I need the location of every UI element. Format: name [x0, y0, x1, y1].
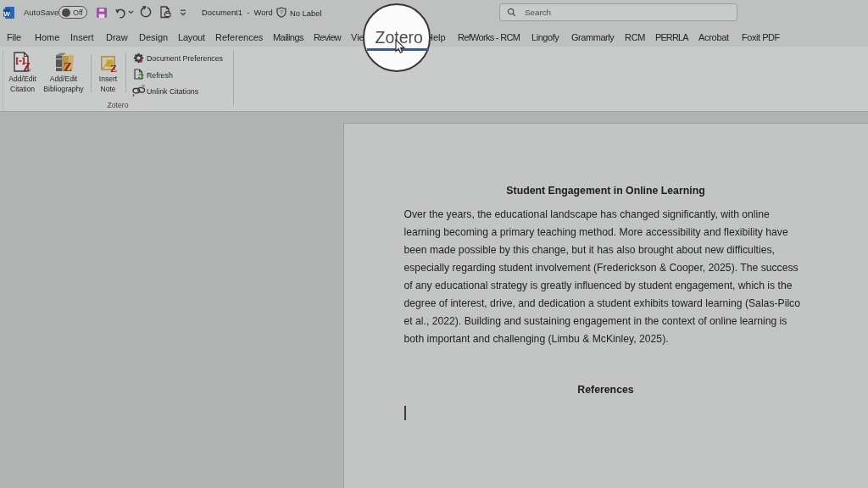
svg-text:?: ? — [280, 9, 283, 15]
svg-text:W: W — [3, 10, 10, 18]
